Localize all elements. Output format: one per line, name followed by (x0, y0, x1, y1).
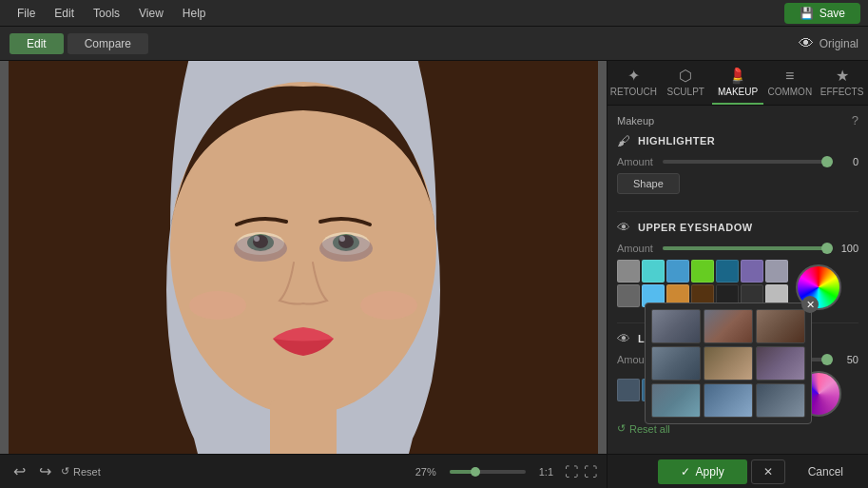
retouch-icon: ✦ (627, 67, 640, 85)
menu-edit[interactable]: Edit (45, 0, 84, 26)
tab-makeup[interactable]: 💄 MAKEUP (712, 61, 764, 105)
svg-rect-2 (270, 400, 337, 455)
tab-retouch[interactable]: ✦ RETOUCH (608, 61, 660, 105)
close-x-button[interactable]: ✕ (751, 459, 785, 484)
color-swatch[interactable] (617, 379, 640, 401)
preset-cell[interactable] (651, 346, 701, 381)
undo-button[interactable]: ↩ (10, 460, 29, 482)
popup-close-button[interactable]: ✕ (801, 296, 819, 313)
lower-eyeshadow-slider-thumb[interactable] (821, 354, 833, 365)
save-button[interactable]: 💾 Save (784, 3, 860, 24)
color-swatch[interactable] (617, 260, 640, 283)
upper-eyeshadow-slider[interactable] (663, 246, 827, 250)
full-bottom-bar: ↩ ↪ ↺ Reset 27% 1:1 ⛶ ⛶ ✓ Apply ✕ Cancel (0, 454, 868, 488)
apply-button[interactable]: ✓ Apply (658, 459, 747, 484)
canvas-bottom-bar: ↩ ↪ ↺ Reset 27% 1:1 ⛶ ⛶ (0, 454, 607, 488)
highlighter-slider-thumb[interactable] (821, 156, 833, 167)
main-layout: ✦ RETOUCH ⬡ SCULPT 💄 MAKEUP ≡ COMMON ★ E… (0, 61, 868, 454)
svg-point-12 (319, 235, 373, 262)
upper-eyeshadow-amount-row: Amount 100 (617, 243, 858, 254)
highlighter-icon: 🖌 (617, 133, 630, 148)
color-swatch[interactable] (642, 260, 665, 283)
preset-cell[interactable] (651, 383, 701, 418)
image-canvas (0, 61, 607, 454)
upper-eyeshadow-amount-label: Amount (617, 243, 655, 254)
preset-cell[interactable] (756, 383, 805, 418)
highlighter-amount-label: Amount (617, 156, 655, 167)
menu-bar: File Edit Tools View Help 💾 Save (0, 0, 868, 27)
color-swatch[interactable] (765, 260, 788, 283)
highlighter-slider[interactable] (663, 160, 827, 164)
preset-cell[interactable] (756, 346, 805, 381)
panel-bottom-bar: ✓ Apply ✕ Cancel (607, 454, 868, 488)
save-icon: 💾 (800, 7, 814, 20)
highlighter-title: HIGHLIGHTER (638, 135, 715, 146)
fit-button[interactable]: ⛶ (565, 464, 578, 479)
tab-sculpt[interactable]: ⬡ SCULPT (660, 61, 712, 105)
ratio-label: 1:1 (539, 466, 553, 478)
fullscreen-button[interactable]: ⛶ (584, 464, 597, 479)
upper-eyeshadow-slider-fill (663, 246, 827, 250)
view-label: Original (820, 37, 858, 50)
menu-help[interactable]: Help (173, 0, 216, 26)
toolbar: Edit Compare 👁 Original (0, 27, 868, 61)
zoom-value-label: 27% (415, 466, 436, 478)
svg-point-14 (360, 291, 417, 320)
shape-button[interactable]: Shape (617, 173, 680, 194)
preset-cell[interactable] (756, 309, 805, 343)
preset-cell[interactable] (704, 346, 753, 381)
preset-cell[interactable] (651, 309, 701, 343)
reset-all-label: Reset all (629, 423, 670, 435)
sculpt-icon: ⬡ (679, 67, 692, 85)
menu-tools[interactable]: Tools (84, 0, 129, 26)
color-swatch[interactable] (741, 260, 763, 283)
divider-1 (617, 211, 858, 212)
svg-point-11 (234, 235, 287, 262)
zoom-slider[interactable] (450, 470, 526, 474)
preset-cell[interactable] (704, 309, 753, 343)
canvas-area[interactable] (0, 61, 607, 454)
common-icon: ≡ (785, 68, 794, 85)
makeup-label: Makeup (617, 115, 654, 127)
reset-icon: ↺ (61, 465, 69, 478)
effects-icon: ★ (836, 67, 849, 85)
upper-eyeshadow-color-grid (617, 260, 788, 307)
preset-grid (651, 309, 805, 418)
preset-cell[interactable] (704, 383, 753, 418)
eyeshadow-preset-popup: ✕ (645, 303, 812, 424)
eye-icon: 👁 (799, 35, 814, 52)
face-svg (9, 61, 598, 454)
color-swatch[interactable] (617, 284, 640, 307)
zoom-fill (450, 470, 473, 474)
help-button[interactable]: ? (852, 113, 858, 127)
zoom-thumb[interactable] (471, 467, 480, 477)
highlighter-amount-value: 0 (835, 156, 858, 167)
reset-button[interactable]: ↺ Reset (61, 465, 101, 478)
reset-all-icon: ↺ (617, 422, 626, 435)
menu-view[interactable]: View (129, 0, 173, 26)
svg-point-13 (189, 291, 246, 320)
edit-tab[interactable]: Edit (10, 33, 64, 54)
upper-eyeshadow-title: UPPER EYESHADOW (638, 222, 753, 233)
check-icon: ✓ (681, 465, 690, 478)
redo-button[interactable]: ↪ (35, 460, 55, 482)
lower-eyeshadow-icon: 👁 (617, 331, 630, 346)
makeup-header: Makeup ? (617, 113, 858, 127)
upper-eyeshadow-icon: 👁 (617, 220, 630, 235)
cancel-button[interactable]: Cancel (793, 459, 858, 484)
color-swatch[interactable] (716, 260, 739, 283)
upper-eyeshadow-amount-value: 100 (835, 243, 858, 254)
highlighter-section-header: 🖌 HIGHLIGHTER (617, 133, 858, 148)
lower-eyeshadow-amount-value: 50 (835, 354, 858, 365)
tab-common[interactable]: ≡ COMMON (763, 61, 816, 105)
color-swatch[interactable] (691, 260, 714, 283)
upper-eyeshadow-slider-thumb[interactable] (821, 243, 833, 254)
compare-tab[interactable]: Compare (68, 33, 148, 54)
color-swatch[interactable] (666, 260, 689, 283)
highlighter-amount-row: Amount 0 (617, 156, 858, 167)
tab-effects[interactable]: ★ EFFECTS (816, 61, 868, 105)
right-panel: ✦ RETOUCH ⬡ SCULPT 💄 MAKEUP ≡ COMMON ★ E… (607, 61, 868, 454)
panel-tabs: ✦ RETOUCH ⬡ SCULPT 💄 MAKEUP ≡ COMMON ★ E… (608, 61, 868, 106)
upper-eyeshadow-header: 👁 UPPER EYESHADOW (617, 220, 858, 235)
menu-file[interactable]: File (8, 0, 45, 26)
